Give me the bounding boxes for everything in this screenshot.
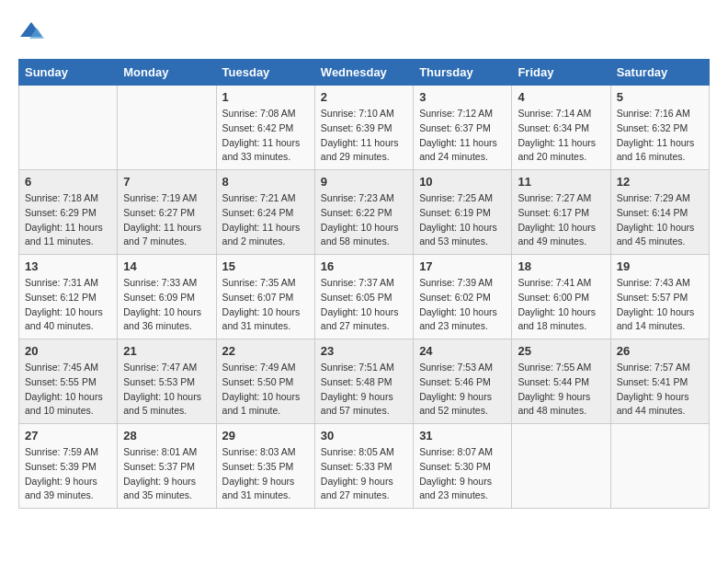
day-info: Sunrise: 7:21 AM Sunset: 6:24 PM Dayligh… (222, 191, 309, 249)
sunrise: Sunrise: 7:27 AM (518, 192, 591, 203)
sunset: Sunset: 6:32 PM (617, 122, 688, 133)
day-cell: 12 Sunrise: 7:29 AM Sunset: 6:14 PM Dayl… (610, 170, 709, 255)
day-number: 14 (123, 259, 210, 273)
day-cell: 15 Sunrise: 7:35 AM Sunset: 6:07 PM Dayl… (216, 255, 314, 339)
day-number: 24 (419, 344, 506, 358)
day-cell: 3 Sunrise: 7:12 AM Sunset: 6:37 PM Dayli… (414, 86, 512, 170)
daylight: Daylight: 10 hours and 10 minutes. (25, 391, 103, 417)
daylight: Daylight: 10 hours and 40 minutes. (25, 306, 103, 332)
daylight: Daylight: 9 hours and 35 minutes. (123, 476, 196, 501)
sunset: Sunset: 5:55 PM (25, 376, 97, 387)
daylight: Daylight: 9 hours and 44 minutes. (617, 391, 689, 417)
header-sunday: Sunday (19, 60, 118, 86)
day-number: 23 (321, 344, 407, 358)
sunset: Sunset: 6:17 PM (518, 207, 589, 218)
daylight: Daylight: 10 hours and 14 minutes. (617, 306, 695, 332)
sunset: Sunset: 5:50 PM (222, 376, 294, 387)
day-number: 22 (222, 344, 309, 358)
sunrise: Sunrise: 7:39 AM (419, 277, 493, 288)
day-info: Sunrise: 8:03 AM Sunset: 5:35 PM Dayligh… (222, 445, 309, 503)
day-info: Sunrise: 7:57 AM Sunset: 5:41 PM Dayligh… (617, 361, 703, 419)
day-number: 15 (222, 259, 309, 273)
sunset: Sunset: 6:19 PM (419, 207, 491, 218)
day-number: 12 (617, 175, 703, 189)
sunrise: Sunrise: 7:47 AM (123, 362, 197, 373)
day-cell (118, 86, 216, 170)
sunset: Sunset: 5:30 PM (419, 461, 491, 472)
sunset: Sunset: 5:57 PM (617, 292, 688, 303)
day-cell: 6 Sunrise: 7:18 AM Sunset: 6:29 PM Dayli… (19, 170, 118, 255)
sunrise: Sunrise: 7:51 AM (321, 362, 394, 373)
sunset: Sunset: 6:34 PM (518, 122, 589, 133)
day-cell: 20 Sunrise: 7:45 AM Sunset: 5:55 PM Dayl… (19, 339, 118, 424)
day-info: Sunrise: 8:05 AM Sunset: 5:33 PM Dayligh… (321, 445, 407, 503)
week-row-4: 20 Sunrise: 7:45 AM Sunset: 5:55 PM Dayl… (19, 339, 710, 424)
day-number: 2 (321, 90, 407, 104)
sunset: Sunset: 6:07 PM (222, 292, 294, 303)
sunrise: Sunrise: 7:25 AM (419, 192, 493, 203)
logo (18, 18, 48, 44)
daylight: Daylight: 9 hours and 27 minutes. (321, 476, 393, 501)
day-cell: 9 Sunrise: 7:23 AM Sunset: 6:22 PM Dayli… (314, 170, 413, 255)
day-cell: 18 Sunrise: 7:41 AM Sunset: 6:00 PM Dayl… (512, 255, 610, 339)
sunrise: Sunrise: 7:33 AM (123, 277, 197, 288)
daylight: Daylight: 10 hours and 5 minutes. (123, 391, 201, 417)
sunrise: Sunrise: 7:18 AM (25, 192, 98, 203)
sunset: Sunset: 6:05 PM (321, 292, 392, 303)
day-number: 8 (222, 175, 309, 189)
sunset: Sunset: 6:02 PM (419, 292, 491, 303)
sunrise: Sunrise: 7:16 AM (617, 108, 690, 119)
daylight: Daylight: 10 hours and 27 minutes. (321, 306, 399, 332)
day-cell: 28 Sunrise: 8:01 AM Sunset: 5:37 PM Dayl… (118, 424, 216, 509)
header-tuesday: Tuesday (216, 60, 314, 86)
sunset: Sunset: 5:39 PM (25, 461, 97, 472)
week-row-2: 6 Sunrise: 7:18 AM Sunset: 6:29 PM Dayli… (19, 170, 710, 255)
day-info: Sunrise: 7:19 AM Sunset: 6:27 PM Dayligh… (123, 191, 210, 249)
day-info: Sunrise: 7:18 AM Sunset: 6:29 PM Dayligh… (25, 191, 111, 249)
day-info: Sunrise: 7:16 AM Sunset: 6:32 PM Dayligh… (617, 107, 703, 165)
day-info: Sunrise: 7:45 AM Sunset: 5:55 PM Dayligh… (25, 361, 111, 419)
day-number: 18 (518, 259, 604, 273)
daylight: Daylight: 10 hours and 45 minutes. (617, 222, 695, 247)
day-info: Sunrise: 7:27 AM Sunset: 6:17 PM Dayligh… (518, 191, 604, 249)
sunset: Sunset: 6:27 PM (123, 207, 195, 218)
day-info: Sunrise: 7:39 AM Sunset: 6:02 PM Dayligh… (419, 276, 506, 334)
day-number: 28 (123, 429, 210, 442)
sunset: Sunset: 6:12 PM (25, 292, 97, 303)
daylight: Daylight: 9 hours and 57 minutes. (321, 391, 393, 417)
sunrise: Sunrise: 7:29 AM (617, 192, 690, 203)
sunrise: Sunrise: 7:45 AM (25, 362, 98, 373)
header-friday: Friday (512, 60, 610, 86)
sunrise: Sunrise: 8:03 AM (222, 446, 296, 457)
day-number: 11 (518, 175, 604, 189)
day-cell: 8 Sunrise: 7:21 AM Sunset: 6:24 PM Dayli… (216, 170, 314, 255)
day-number: 31 (419, 429, 506, 442)
day-number: 9 (321, 175, 407, 189)
sunset: Sunset: 5:37 PM (123, 461, 195, 472)
sunrise: Sunrise: 7:43 AM (617, 277, 690, 288)
daylight: Daylight: 11 hours and 24 minutes. (419, 137, 497, 163)
day-cell (19, 86, 118, 170)
sunset: Sunset: 6:24 PM (222, 207, 294, 218)
sunrise: Sunrise: 8:05 AM (321, 446, 394, 457)
day-info: Sunrise: 7:35 AM Sunset: 6:07 PM Dayligh… (222, 276, 309, 334)
sunrise: Sunrise: 7:57 AM (617, 362, 690, 373)
day-info: Sunrise: 7:08 AM Sunset: 6:42 PM Dayligh… (222, 107, 309, 165)
day-cell: 5 Sunrise: 7:16 AM Sunset: 6:32 PM Dayli… (610, 86, 709, 170)
day-number: 20 (25, 344, 111, 358)
sunrise: Sunrise: 8:07 AM (419, 446, 493, 457)
day-info: Sunrise: 7:29 AM Sunset: 6:14 PM Dayligh… (617, 191, 703, 249)
day-cell: 11 Sunrise: 7:27 AM Sunset: 6:17 PM Dayl… (512, 170, 610, 255)
day-cell: 24 Sunrise: 7:53 AM Sunset: 5:46 PM Dayl… (414, 339, 512, 424)
day-cell: 25 Sunrise: 7:55 AM Sunset: 5:44 PM Dayl… (512, 339, 610, 424)
day-cell: 23 Sunrise: 7:51 AM Sunset: 5:48 PM Dayl… (314, 339, 413, 424)
daylight: Daylight: 11 hours and 16 minutes. (617, 137, 695, 163)
day-info: Sunrise: 7:53 AM Sunset: 5:46 PM Dayligh… (419, 361, 506, 419)
sunrise: Sunrise: 7:55 AM (518, 362, 591, 373)
sunrise: Sunrise: 7:10 AM (321, 108, 394, 119)
sunset: Sunset: 6:09 PM (123, 292, 195, 303)
day-number: 10 (419, 175, 506, 189)
day-cell: 26 Sunrise: 7:57 AM Sunset: 5:41 PM Dayl… (610, 339, 709, 424)
sunrise: Sunrise: 7:59 AM (25, 446, 98, 457)
daylight: Daylight: 11 hours and 29 minutes. (321, 137, 399, 163)
